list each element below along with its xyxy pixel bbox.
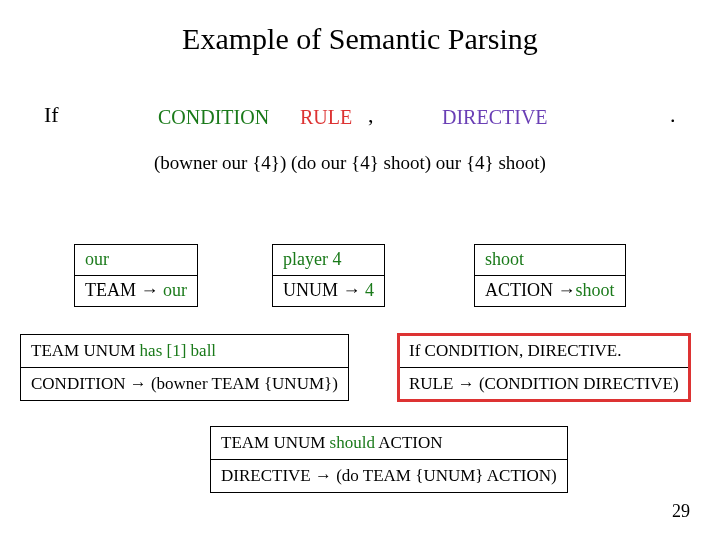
pair-condition: TEAM UNUM has [1] ball CONDITION → (bown… [20,334,349,401]
pair-rule: If CONDITION, DIRECTIVE. RULE → (CONDITI… [398,334,690,401]
pair-top: TEAM UNUM has [1] ball [21,335,349,368]
triple-bot: ACTION →shoot [475,276,626,307]
slide-number: 29 [672,501,690,522]
pair-directive: TEAM UNUM should ACTION DIRECTIVE → (do … [210,426,568,493]
triple-bot: UNUM → 4 [273,276,385,307]
period-token: . [670,102,676,128]
pair-top: TEAM UNUM should ACTION [211,427,568,460]
triple-top: our [85,249,109,269]
if-token: If [44,102,59,128]
pair-bot: CONDITION → (bowner TEAM {UNUM}) [21,368,349,401]
triple-shoot: shoot ACTION →shoot [474,244,626,307]
parse-expression: (bowner our {4}) (do our {4} shoot) our … [154,152,546,174]
pair-bot: RULE → (CONDITION DIRECTIVE) [399,368,690,401]
directive-token: DIRECTIVE [442,106,548,129]
pair-bot: DIRECTIVE → (do TEAM {UNUM} ACTION) [211,460,568,493]
triple-our: our TEAM → our [74,244,198,307]
triple-bot: TEAM → our [75,276,198,307]
triple-player4: player 4 UNUM → 4 [272,244,385,307]
comma-token: , [368,102,374,128]
pair-top: If CONDITION, DIRECTIVE. [399,335,690,368]
condition-token: CONDITION [158,106,269,129]
slide-title: Example of Semantic Parsing [0,0,720,56]
triple-top: shoot [485,249,524,269]
triple-top: player 4 [283,249,341,269]
rule-token: RULE [300,106,352,129]
